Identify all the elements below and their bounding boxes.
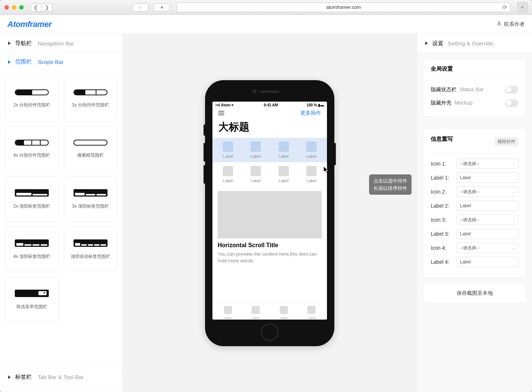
save-screenshot-button[interactable]: 保存截图至本地 [423, 284, 526, 303]
icon-select[interactable]: --请选择--⌄ [457, 187, 518, 197]
label-input[interactable]: Label [457, 201, 518, 211]
component-card[interactable]: 2x 分段控件范围栏 [5, 76, 59, 121]
home-button-icon [261, 323, 279, 341]
scope-item[interactable]: Label [306, 166, 317, 183]
toptab-scroll-icon [74, 239, 108, 247]
minimize-window-icon[interactable] [12, 5, 16, 10]
phone-side-button [204, 125, 205, 136]
sidebar-section-tab-bar[interactable]: 标签栏 Tab Bar & Tool Bar [0, 368, 122, 386]
segmented-2x-icon [15, 89, 49, 95]
toptab-3x-icon [74, 189, 108, 197]
canvas-tooltip: 点击以选中控件 长按以排序控件 [369, 174, 412, 195]
component-card[interactable]: 3x 分段控件范围栏 [64, 76, 117, 121]
tab-item[interactable]: Label [307, 306, 316, 320]
placeholder-icon [250, 166, 261, 176]
contact-author-label: 联系作者 [504, 21, 525, 28]
new-tab-button[interactable]: + [517, 2, 528, 13]
address-bar[interactable]: atomframer.com ⟳ [177, 3, 511, 12]
segmented-3x-icon [74, 89, 108, 95]
icon-select[interactable]: --请选择--⌄ [457, 243, 518, 253]
override-field: Icon 1:--请选择--⌄ [431, 158, 518, 169]
field-label: Icon 1: [431, 161, 453, 167]
right-panel: 设置 Setting & Override 全局设置 隐藏状态栏 Status … [417, 34, 532, 392]
tab-bar: Label Label Label Label [212, 303, 327, 320]
toggle-switch[interactable] [505, 99, 518, 107]
placeholder-icon [280, 306, 288, 314]
placeholder-icon [250, 142, 261, 152]
phone-side-button [204, 165, 205, 184]
scope-item[interactable]: Label [250, 142, 261, 158]
component-card[interactable]: 3x 顶部标签范围栏 [64, 177, 117, 222]
remove-component-button[interactable]: 移除控件 [495, 137, 518, 146]
label-input[interactable]: Label [457, 229, 518, 239]
component-card[interactable]: 搜索框范围栏 [64, 126, 117, 171]
feed-card[interactable]: Horizontal Scroll Title You can preview … [218, 191, 322, 264]
component-card[interactable]: 4x 顶部标签范围栏 [5, 227, 59, 272]
tab-item[interactable]: Label [224, 306, 232, 320]
scope-item[interactable]: Label [223, 166, 233, 183]
placeholder-icon [279, 166, 289, 176]
scope-item[interactable]: Label [279, 142, 289, 158]
icon-select[interactable]: --请选择--⌄ [457, 215, 518, 225]
icon-select[interactable]: --请选择--⌄ [457, 158, 518, 169]
toggle-status-bar: 隐藏状态栏 Status Bar [431, 83, 518, 96]
placeholder-icon [307, 306, 316, 314]
scope-item[interactable]: Label [250, 166, 261, 183]
zoom-window-icon[interactable] [19, 5, 24, 10]
component-grid: 2x 分段控件范围栏 3x 分段控件范围栏 4x 分段控件范围栏 搜索框范围栏 … [0, 71, 122, 368]
icon-scope-row[interactable]: Label Label Label Label [212, 162, 327, 187]
component-label: 顶部滚动标签范围栏 [71, 253, 110, 260]
override-field: Icon 4:--请选择--⌄ [431, 243, 518, 253]
label-input[interactable]: Label [457, 257, 518, 267]
more-actions-link[interactable]: 更多操作 [300, 110, 321, 116]
phone-side-button [204, 143, 205, 161]
screen-navbar: 更多操作 [212, 108, 327, 118]
top-sites-button[interactable]: ☆ [132, 3, 149, 11]
reload-icon[interactable]: ⟳ [502, 4, 507, 11]
label-input[interactable]: Label [457, 173, 518, 183]
sidebar-section-navigation-bar[interactable]: 导航栏 Navigation Bar [0, 34, 122, 52]
panel-title-cn: 设置 [432, 40, 443, 47]
back-button[interactable]: ❮ [30, 3, 41, 11]
chevron-down-icon: ⌄ [512, 190, 515, 194]
section-label-en: Scope Bar [38, 59, 64, 65]
placeholder-icon [223, 166, 233, 176]
forward-button[interactable]: ❯ [41, 3, 52, 11]
close-window-icon[interactable] [4, 5, 9, 10]
toggle-mockup: 隐藏外壳 Mockup [431, 96, 518, 110]
tab-item[interactable]: Label [252, 306, 260, 320]
component-label: 4x 顶部标签范围栏 [13, 253, 50, 260]
scope-item[interactable]: Label [279, 166, 289, 183]
right-panel-header[interactable]: 设置 Setting & Override [417, 34, 532, 52]
component-card[interactable]: 2x 顶部标签范围栏 [5, 177, 59, 222]
scope-item[interactable]: Label [306, 142, 317, 158]
field-label: Label 4: [431, 259, 453, 265]
filter-menu-icon [15, 290, 49, 297]
tab-item[interactable]: Label [280, 306, 288, 320]
traffic-lights [4, 5, 24, 10]
override-field: Label 4:Label [431, 257, 518, 267]
component-card[interactable]: 筛选菜单范围栏 [5, 277, 59, 322]
contact-author-link[interactable]: 联系作者 [497, 21, 525, 28]
component-card[interactable]: 顶部滚动标签范围栏 [64, 227, 117, 272]
url-text: atomframer.com [326, 4, 361, 10]
override-field: Icon 2:--请选择--⌄ [431, 187, 518, 197]
phone-camera-icon [253, 89, 256, 93]
disclosure-right-icon [425, 41, 428, 45]
sidebar-section-scope-bar[interactable]: 范围栏 Scope Bar [0, 52, 122, 71]
placeholder-icon [279, 142, 289, 152]
chevron-down-icon: ⌄ [512, 246, 515, 250]
placeholder-icon [252, 306, 260, 314]
component-card[interactable]: 4x 分段控件范围栏 [5, 126, 59, 171]
global-settings-card: 全局设置 隐藏状态栏 Status Bar 隐藏外壳 Mockup [423, 58, 526, 117]
field-label: Label 3: [431, 231, 453, 237]
large-title: 大标题 [212, 118, 327, 138]
canvas[interactable]: ••ıl Atom ᯤ 9:41 AM 100 % ▮▬ 更多操作 大标题 La… [123, 34, 417, 392]
scope-item[interactable]: Label [223, 142, 233, 158]
toggle-switch[interactable] [505, 86, 518, 93]
bookmarks-button[interactable]: ★ [154, 3, 170, 11]
phone-mockup: ••ıl Atom ᯤ 9:41 AM 100 % ▮▬ 更多操作 大标题 La… [205, 80, 334, 346]
status-battery: 100 % ▮▬ [307, 103, 324, 107]
menu-icon[interactable] [218, 111, 224, 115]
icon-scope-row-selected[interactable]: Label Label Label Label [212, 138, 327, 162]
